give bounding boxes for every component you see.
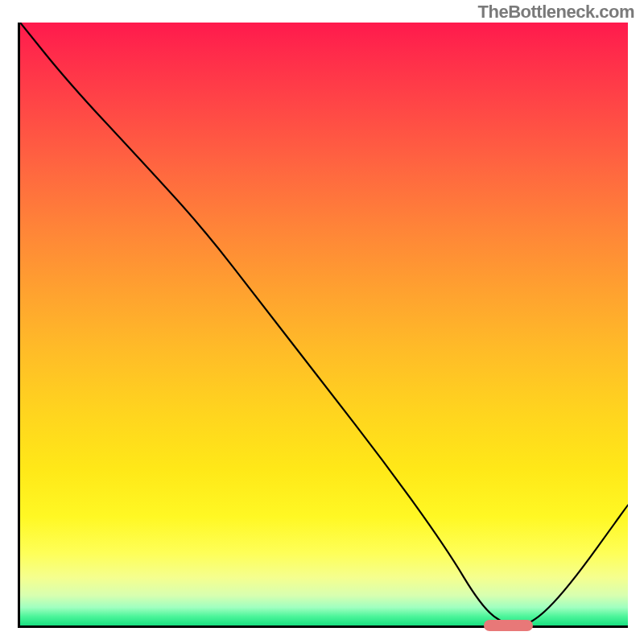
chart-curve-svg [20,23,628,625]
chart-plot-area [18,23,628,628]
watermark-text: TheBottleneck.com [478,2,634,23]
bottleneck-curve-line [20,23,628,625]
optimal-range-marker [484,620,533,631]
